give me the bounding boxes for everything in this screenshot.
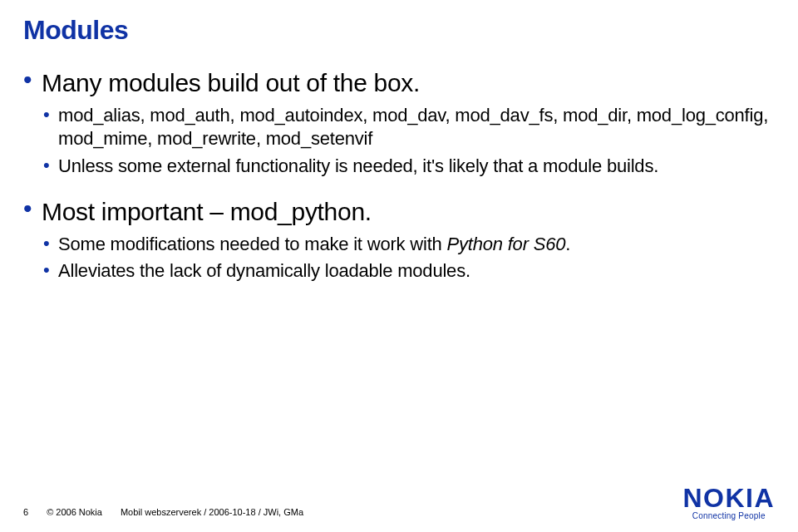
nokia-logo: NOKIA Connecting People: [682, 485, 775, 520]
sub-bullet-text: Unless some external functionality is ne…: [58, 155, 775, 179]
bullet-list: Many modules build out of the box. mod_a…: [23, 67, 775, 283]
logo-tagline: Connecting People: [682, 511, 775, 520]
slide-body: Many modules build out of the box. mod_a…: [23, 67, 775, 283]
italic-text: Python for S60: [447, 234, 566, 254]
page-number: 6: [23, 507, 28, 517]
sub-bullet-text: Some modifications needed to make it wor…: [58, 233, 775, 257]
text-span: Some modifications needed to make it wor…: [58, 234, 447, 254]
footer: 6 © 2006 Nokia Mobil webszerverek / 2006…: [23, 507, 303, 517]
sub-bullet-text: mod_alias, mod_auth, mod_autoindex, mod_…: [58, 104, 775, 151]
slide: Modules Many modules build out of the bo…: [0, 0, 798, 532]
sub-bullet-text: Alleviates the lack of dynamically loada…: [58, 259, 775, 283]
slide-title: Modules: [23, 15, 775, 46]
copyright: © 2006 Nokia: [47, 507, 102, 517]
sub-bullet-list: Some modifications needed to make it wor…: [42, 233, 775, 283]
bullet-item: Many modules build out of the box. mod_a…: [23, 67, 775, 178]
sub-bullet-item: mod_alias, mod_auth, mod_autoindex, mod_…: [42, 104, 775, 151]
text-span: .: [565, 234, 570, 254]
bullet-text: Most important – mod_python.: [42, 196, 775, 228]
sub-bullet-item: Alleviates the lack of dynamically loada…: [42, 259, 775, 283]
footer-path: Mobil webszerverek / 2006-10-18 / JWi, G…: [121, 507, 303, 517]
sub-bullet-item: Some modifications needed to make it wor…: [42, 233, 775, 257]
bullet-item: Most important – mod_python. Some modifi…: [23, 196, 775, 283]
bullet-text: Many modules build out of the box.: [42, 67, 775, 99]
sub-bullet-list: mod_alias, mod_auth, mod_autoindex, mod_…: [42, 104, 775, 179]
logo-wordmark: NOKIA: [682, 485, 775, 511]
sub-bullet-item: Unless some external functionality is ne…: [42, 155, 775, 179]
